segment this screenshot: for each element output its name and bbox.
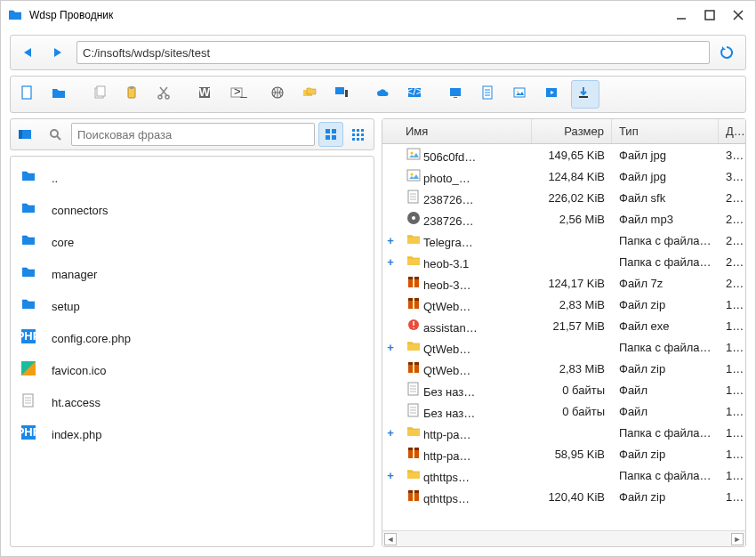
file-icon [21,392,43,413]
cell-size: 2,56 MiB [532,213,612,226]
table-row[interactable]: heob-3…124,17 KiBФайл 7z23.08.2022 8:59 [382,272,745,294]
window-controls [675,9,744,21]
document-button[interactable] [475,80,503,109]
cell-date: 19.08.2022 19:19 [719,298,745,311]
scroll-right-icon[interactable]: ► [731,533,744,545]
forward-button[interactable] [46,40,71,65]
php-icon [21,327,43,349]
terminal-button[interactable] [224,80,253,109]
table-row[interactable]: 238726…226,02 KiBФайл sfk29.08.2022 18:5… [382,187,745,208]
maximize-button[interactable] [704,9,716,21]
column-type[interactable]: Тип [612,119,719,143]
column-date[interactable]: Дата изменения [719,119,745,143]
folders-button[interactable] [297,80,326,109]
cell-type: Файл zip [612,490,719,504]
cell-date: 18.08.2022 13:52 [719,383,745,397]
path-input[interactable] [76,41,710,64]
expand-icon[interactable]: + [382,234,398,247]
web-button[interactable] [265,80,294,109]
table-row[interactable]: QtWeb…2,83 MiBФайл zip18.08.2022 16:40 [382,358,745,379]
back-button[interactable] [16,40,41,65]
tree-item[interactable]: config.core.php [14,322,370,354]
cell-date: 18.08.2022 9:38 [719,469,745,482]
new-folder-button[interactable] [46,80,75,109]
tree-item-label: config.core.php [52,332,131,345]
folder-icon [21,167,43,189]
table-row[interactable]: Без наз…0 байтыФайл18.08.2022 13:52 [382,379,745,400]
expand-icon[interactable]: + [382,469,398,482]
table-row[interactable]: +qthttps…Папка с файла…18.08.2022 9:38 [382,464,745,486]
expand-icon[interactable]: + [382,255,398,269]
tree-item-label: manager [52,268,97,281]
table-row[interactable]: +heob-3.1Папка с файла…23.08.2022 8:59 [382,251,745,272]
table-row[interactable]: qthttps…120,40 KiBФайл zip18.08.2022 9:3… [382,486,745,507]
download-button[interactable] [571,80,599,109]
cell-date: 23.08.2022 8:59 [719,277,745,290]
display-button[interactable] [443,80,471,109]
file-icon [406,382,422,396]
paste-button[interactable] [119,80,148,109]
image-button[interactable] [507,80,535,109]
cell-type: Папка с файла… [612,469,719,482]
tree-item[interactable]: manager [14,258,370,290]
folder-tree[interactable]: ..connectorscoremanagersetupconfig.core.… [10,156,374,547]
tree-item[interactable]: setup [14,290,370,322]
cell-size: 2,83 MiB [532,362,612,375]
table-row[interactable]: photo_…124,84 KiBФайл jpg30.08.2022 14:1… [382,165,745,187]
reload-button[interactable] [715,40,740,65]
expand-icon[interactable]: + [382,341,398,354]
dashboard-icon[interactable] [14,122,39,147]
column-name[interactable]: Имя [398,119,532,143]
column-size[interactable]: Размер [532,119,612,143]
table-row[interactable]: assistan…21,57 MiBФайл exe18.08.2022 17:… [382,315,745,336]
view-small-icons[interactable] [345,122,370,147]
search-input[interactable] [71,123,315,146]
table-row[interactable]: Без наз…0 байтыФайл18.08.2022 13:52 [382,400,745,422]
cell-name: heob-3… [398,275,532,292]
search-icon[interactable] [43,122,68,147]
cut-button[interactable] [151,80,180,109]
table-row[interactable]: +QtWeb…Папка с файла…18.08.2022 16:40 [382,336,745,358]
close-button[interactable] [732,9,744,21]
tree-item[interactable]: .. [14,162,370,194]
tree-item[interactable]: favicon.ico [14,354,370,386]
arch-icon [406,275,422,289]
table-row[interactable]: +http-pa…Папка с файла…18.08.2022 10:44 [382,422,745,443]
exe-icon [406,318,422,332]
folder-icon [406,232,422,246]
code-button[interactable] [402,80,430,109]
table-row[interactable]: QtWeb…2,83 MiBФайл zip19.08.2022 19:19 [382,294,745,315]
cell-type: Файл jpg [612,170,719,183]
titlebar: Wdsp Проводник [1,1,755,29]
file-list[interactable]: 506c0fd…149,65 KiBФайл jpg30.08.2022 15:… [382,144,745,530]
tree-item[interactable]: ht.access [14,386,370,418]
cell-date: 18.08.2022 17:31 [719,319,745,333]
table-row[interactable]: http-pa…58,95 KiBФайл zip18.08.2022 10:4… [382,443,745,464]
new-file-button[interactable] [14,80,43,109]
expand-icon[interactable]: + [382,426,398,440]
table-row[interactable]: +Telegra…Папка с файла…25.08.2022 9:55 [382,230,745,251]
table-row[interactable]: 238726…2,56 MiBФайл mp329.08.2022 18:50 [382,208,745,230]
tree-item-label: ht.access [52,396,101,409]
horizontal-scrollbar[interactable]: ◄ ► [382,530,745,546]
tree-item[interactable]: index.php [14,418,370,450]
video-button[interactable] [539,80,567,109]
cloud-button[interactable] [370,80,398,109]
cell-name: http-pa… [398,446,532,463]
tree-item[interactable]: core [14,226,370,258]
copy-button[interactable] [87,80,116,109]
window-title: Wdsp Проводник [29,9,675,21]
cell-name: assistan… [398,318,532,335]
tree-item[interactable]: connectors [14,194,370,226]
address-bar [10,35,746,70]
word-button[interactable] [192,80,221,109]
cell-name: 506c0fd… [398,147,532,164]
table-row[interactable]: 506c0fd…149,65 KiBФайл jpg30.08.2022 15:… [382,144,745,165]
view-large-icons[interactable] [318,122,343,147]
cell-type: Папка с файла… [612,255,719,269]
minimize-button[interactable] [675,9,688,21]
scroll-left-icon[interactable]: ◄ [384,533,397,545]
devices-button[interactable] [329,80,358,109]
folder-icon [406,467,422,481]
cell-date: 23.08.2022 8:59 [719,255,745,269]
